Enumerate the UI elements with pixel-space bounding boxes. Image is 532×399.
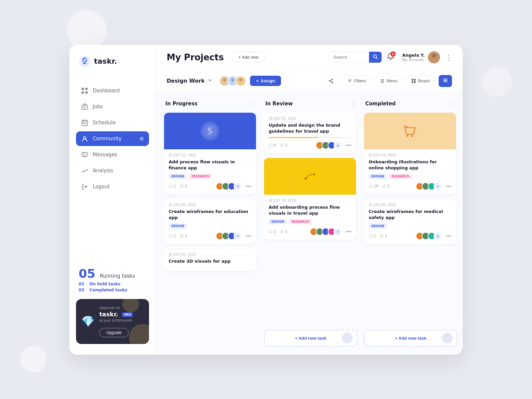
- main-container: taskr. Dashboard: [69, 45, 463, 355]
- card-members-finance: + •••: [216, 182, 251, 190]
- kanban-board: In Progress ⋮ $: [156, 92, 463, 355]
- header: My Projects + Add new 9: [156, 45, 463, 70]
- card-medical-app: JULY 05, 2025 Create wireframes for medi…: [364, 199, 456, 244]
- add-task-circle-review: [342, 333, 353, 343]
- add-task-completed[interactable]: + Add new task: [364, 330, 457, 347]
- community-indicator: [140, 137, 144, 141]
- column-header-in-review: In Review ⋮: [264, 100, 357, 107]
- upgrade-button[interactable]: Upgrade: [99, 328, 129, 337]
- logo-icon: [79, 55, 91, 67]
- jobs-icon: [81, 103, 88, 110]
- card-more-finance[interactable]: •••: [246, 183, 251, 189]
- svg-rect-43: [412, 81, 413, 83]
- share-button[interactable]: [324, 76, 338, 86]
- analysis-label: Analysis: [93, 168, 113, 174]
- board-button[interactable]: Board: [406, 76, 435, 86]
- attach-stat-travel: 3: [280, 230, 287, 234]
- card-body-medical: JULY 05, 2025 Create wireframes for medi…: [364, 199, 456, 244]
- card-finance-app: $ JULY 12, 2025 Add process flow visuals…: [164, 113, 256, 194]
- menu-button[interactable]: Menu: [375, 76, 403, 86]
- svg-point-15: [84, 136, 86, 139]
- card-more-education[interactable]: •••: [246, 233, 251, 239]
- column-header-in-progress: In Progress ⋮: [164, 100, 257, 107]
- column-menu-in-review[interactable]: ⋮: [350, 100, 356, 107]
- sidebar-item-analysis[interactable]: Analysis: [76, 163, 149, 178]
- column-menu-in-progress[interactable]: ⋮: [250, 100, 256, 107]
- schedule-icon: [81, 119, 88, 126]
- notification-button[interactable]: 9: [387, 53, 394, 62]
- card-members-brand: + •••: [316, 141, 351, 149]
- completed-stat: 03 Completed tasks: [79, 288, 146, 292]
- sidebar: taskr. Dashboard: [69, 45, 156, 355]
- card-image-shopping: [364, 113, 456, 149]
- upgrade-content: Upgrade to taskr. PRO at just $29/month …: [99, 306, 142, 337]
- svg-rect-42: [414, 79, 416, 81]
- assign-button[interactable]: + Assign: [250, 76, 281, 86]
- comment-stat-travel: 1: [269, 230, 276, 234]
- member-list-brand: +: [316, 141, 342, 149]
- card-image-finance: $: [164, 113, 256, 149]
- member-more-travel: +: [334, 228, 342, 236]
- sidebar-item-logout[interactable]: Logout: [76, 179, 149, 194]
- card-title-medical: Create wireframes for medical safety app: [369, 209, 451, 221]
- filters-label: Filters: [354, 78, 366, 83]
- menu-label: Menu: [387, 78, 398, 83]
- svg-point-27: [231, 78, 234, 81]
- card-footer-finance: 1 2: [169, 182, 251, 190]
- tag-design-edu: Design: [169, 223, 187, 229]
- sidebar-item-community[interactable]: Community: [76, 131, 149, 146]
- tag-design: Design: [169, 174, 187, 179]
- main-content: My Projects + Add new 9: [156, 45, 463, 355]
- card-footer-education: 1 1: [169, 232, 251, 240]
- add-task-label-completed: + Add new task: [395, 336, 427, 341]
- card-more-brand[interactable]: •••: [346, 142, 351, 148]
- completed-cards: JULY 03, 2025 Onboarding illustrations f…: [364, 113, 457, 325]
- card-tags-travel: Design Research: [269, 219, 351, 224]
- dashboard-label: Dashboard: [93, 88, 120, 94]
- member-more-brand: +: [334, 141, 342, 149]
- svg-point-60: [407, 135, 408, 137]
- jobs-label: Jobs: [93, 104, 103, 110]
- card-stats-brand: 9 1: [269, 143, 287, 147]
- svg-rect-44: [414, 81, 416, 83]
- svg-point-32: [332, 82, 333, 83]
- user-text: Angela Y. My Account: [402, 53, 425, 62]
- card-body-brand: JULY 01, 2025 Update and design the bran…: [264, 113, 356, 153]
- column-menu-completed[interactable]: ⋮: [450, 100, 456, 107]
- diamond-icon: 💎: [81, 315, 95, 328]
- pro-badge: PRO: [122, 312, 133, 317]
- search-wrapper: [329, 52, 382, 63]
- community-icon: [81, 135, 88, 142]
- svg-rect-14: [84, 123, 85, 124]
- search-button[interactable]: [369, 52, 382, 63]
- list-view-button[interactable]: [439, 75, 452, 87]
- card-date-shopping: JULY 03, 2025: [369, 153, 451, 157]
- svg-rect-13: [83, 123, 84, 124]
- card-more-shop[interactable]: •••: [446, 183, 451, 189]
- add-task-in-review[interactable]: + Add new task: [264, 330, 357, 347]
- column-title-in-progress: In Progress: [165, 101, 197, 107]
- more-options-button[interactable]: ⋮: [445, 53, 452, 61]
- project-selector[interactable]: Design Work: [167, 78, 213, 84]
- card-more-medical[interactable]: •••: [446, 233, 451, 239]
- card-footer-travel: 1 3: [269, 228, 351, 236]
- card-3d-visuals: JULY 05, 2025 Create 3D visuals for app: [164, 249, 256, 271]
- card-tags-medical: Design: [369, 223, 451, 229]
- add-new-button[interactable]: + Add new: [232, 52, 265, 63]
- card-date-brand: JULY 01, 2025: [269, 117, 351, 120]
- sidebar-item-messages[interactable]: Messages: [76, 147, 149, 162]
- column-header-completed: Completed ⋮: [364, 100, 457, 107]
- sidebar-item-schedule[interactable]: Schedule: [76, 115, 149, 130]
- card-shopping-app: JULY 03, 2025 Onboarding illustrations f…: [364, 113, 456, 194]
- sidebar-item-jobs[interactable]: Jobs: [76, 99, 149, 114]
- filters-button[interactable]: Filters: [342, 76, 371, 86]
- sidebar-item-dashboard[interactable]: Dashboard: [76, 83, 149, 98]
- card-more-travel[interactable]: •••: [346, 229, 351, 235]
- card-footer-brand: 9 1: [269, 141, 351, 149]
- member-list: +: [216, 182, 242, 190]
- card-members-education: + •••: [216, 232, 251, 240]
- community-label: Community: [93, 136, 122, 142]
- messages-icon: [81, 151, 88, 158]
- dashboard-icon: [81, 87, 88, 94]
- card-title-education: Create wireframes for education app: [169, 209, 251, 221]
